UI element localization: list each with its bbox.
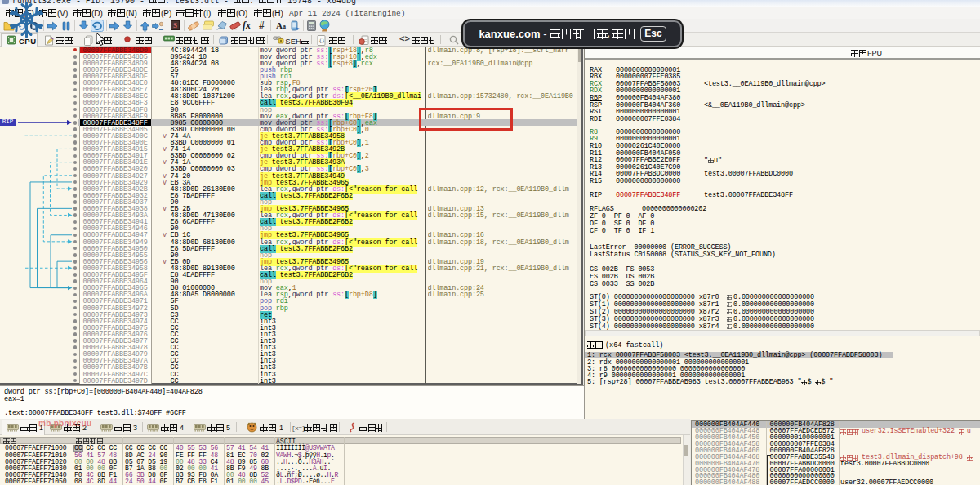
svg-text:{}: {} <box>318 37 324 42</box>
